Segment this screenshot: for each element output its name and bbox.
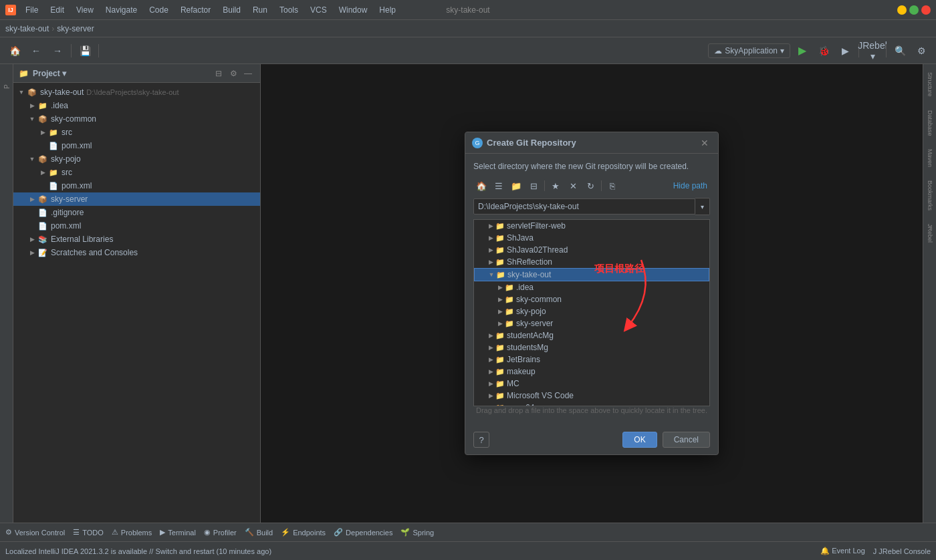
toolbar-home-button[interactable]: 🏠 xyxy=(5,41,24,60)
tree-root-pom[interactable]: 📄 pom.xml xyxy=(13,219,260,233)
run-config-label: SkyApplication xyxy=(725,46,778,55)
dialog-tree-studentsmg[interactable]: ▶ 📁 studentsMg xyxy=(474,341,709,354)
right-tab-maven[interactable]: Maven xyxy=(925,144,935,172)
run-with-coverage-button[interactable]: ▶ xyxy=(836,41,854,60)
path-input[interactable] xyxy=(473,198,695,215)
left-tab-project[interactable]: P xyxy=(1,67,12,107)
bottom-profiler[interactable]: ◉ Profiler xyxy=(204,528,237,537)
right-tab-bookmarks[interactable]: Bookmarks xyxy=(925,175,935,216)
menu-build[interactable]: Build xyxy=(217,3,246,17)
dialog-tree-shjava[interactable]: ▶ 📁 ShJava xyxy=(474,232,709,244)
dialog-tree-idea[interactable]: ▶ 📁 .idea xyxy=(474,281,709,293)
dialog-tree-sky-take-out[interactable]: ▼ 📁 sky-take-out xyxy=(474,268,709,281)
tree-idea[interactable]: ▶ 📁 .idea xyxy=(13,99,260,112)
bottom-terminal[interactable]: ▶ Terminal xyxy=(160,528,196,537)
dialog-tree-jetbrains[interactable]: ▶ 📁 JetBrains xyxy=(474,354,709,366)
event-log-button[interactable]: 🔔 Event Log xyxy=(820,547,865,555)
toolbar-sep-1 xyxy=(71,44,72,57)
menu-navigate[interactable]: Navigate xyxy=(100,3,142,17)
servletfilter-arrow: ▶ xyxy=(486,223,495,229)
dialog-refresh-button[interactable]: ↻ xyxy=(582,178,598,194)
panel-toolbar: ⊟ ⚙ — xyxy=(212,67,255,80)
menu-window[interactable]: Window xyxy=(334,3,373,17)
cancel-button[interactable]: Cancel xyxy=(663,432,710,448)
help-button[interactable]: ? xyxy=(473,432,489,448)
menu-run[interactable]: Run xyxy=(247,3,273,17)
toolbar-back-button[interactable]: ← xyxy=(27,41,45,60)
menu-vcs[interactable]: VCS xyxy=(305,3,332,17)
right-tab-database[interactable]: Database xyxy=(925,105,935,142)
breadcrumb-item-root[interactable]: sky-take-out xyxy=(5,24,49,33)
menu-code[interactable]: Code xyxy=(144,3,174,17)
dialog-close-button[interactable]: ✕ xyxy=(698,136,711,150)
dialog-home-button[interactable]: 🏠 xyxy=(473,178,489,194)
tree-sky-pojo[interactable]: ▼ 📦 sky-pojo xyxy=(13,152,260,166)
dialog-tree-studentacmg[interactable]: ▶ 📁 studentAcMg xyxy=(474,329,709,341)
dialog-tree-mc[interactable]: ▶ 📁 MC xyxy=(474,378,709,390)
dialog-tree-sky-common[interactable]: ▶ 📁 sky-common xyxy=(474,293,709,305)
menu-view[interactable]: View xyxy=(71,3,99,17)
settings-button[interactable]: ⚙ xyxy=(912,41,931,60)
maximize-button[interactable] xyxy=(909,5,919,15)
panel-close[interactable]: — xyxy=(241,67,255,80)
dialog-tree-sky-pojo[interactable]: ▶ 📁 sky-pojo xyxy=(474,305,709,317)
right-tab-jrebel[interactable]: JRebel xyxy=(925,219,935,248)
tree-sky-pojo-pom[interactable]: 📄 pom.xml xyxy=(13,179,260,192)
tree-scratches[interactable]: ▶ 📝 Scratches and Consoles xyxy=(13,246,260,259)
bottom-build[interactable]: 🔨 Build xyxy=(245,528,273,537)
endpoints-icon: ⚡ xyxy=(281,528,290,537)
dialog-new-folder-button[interactable]: 📁 xyxy=(508,178,524,194)
status-message: Localized IntelliJ IDEA 2021.3.2 is avai… xyxy=(5,547,271,555)
menu-help[interactable]: Help xyxy=(374,3,401,17)
hide-path-button[interactable]: Hide path xyxy=(671,180,710,192)
bottom-dependencies[interactable]: 🔗 Dependencies xyxy=(334,528,392,537)
dialog-file-tree[interactable]: ▶ 📁 servletFilter-web ▶ 📁 ShJava xyxy=(473,219,710,406)
tree-sky-pojo-src[interactable]: ▶ 📁 src xyxy=(13,166,260,179)
dialog-tree-msys64[interactable]: ▶ 📁 msys64 xyxy=(474,402,709,406)
close-button[interactable] xyxy=(921,5,931,15)
dialog-tree-servletfilter[interactable]: ▶ 📁 servletFilter-web xyxy=(474,220,709,232)
tree-sky-server[interactable]: ▶ 📦 sky-server xyxy=(13,192,260,206)
dialog-tree-makeup[interactable]: ▶ 📁 makeup xyxy=(474,366,709,378)
path-dropdown-button[interactable]: ▾ xyxy=(695,198,710,215)
bottom-spring[interactable]: 🌱 Spring xyxy=(400,528,434,537)
dialog-show-all-button[interactable]: ☰ xyxy=(491,178,507,194)
dialog-copy-path-button[interactable]: ⎘ xyxy=(604,178,620,194)
breadcrumb-item-server[interactable]: sky-server xyxy=(57,24,94,33)
main-layout: P 📁 Project ▾ ⊟ ⚙ — ▼ 📦 sky-take-out D:\… xyxy=(0,64,936,523)
dialog-delete-button[interactable]: ✕ xyxy=(565,178,581,194)
tree-gitignore[interactable]: 📄 .gitignore xyxy=(13,206,260,219)
search-everywhere-button[interactable]: 🔍 xyxy=(891,41,909,60)
bottom-endpoints[interactable]: ⚡ Endpoints xyxy=(281,528,326,537)
menu-edit[interactable]: Edit xyxy=(45,3,70,17)
run-config-selector[interactable]: ☁ SkyApplication ▾ xyxy=(708,43,790,58)
bottom-problems[interactable]: ⚠ Problems xyxy=(112,528,152,537)
jrebel-button[interactable]: JRebel ▾ xyxy=(863,41,882,60)
toolbar-save-button[interactable]: 💾 xyxy=(76,41,94,60)
tree-sky-common[interactable]: ▼ 📦 sky-common xyxy=(13,112,260,126)
dialog-collapse-button[interactable]: ⊟ xyxy=(525,178,542,194)
toolbar-forward-button[interactable]: → xyxy=(48,41,67,60)
minimize-button[interactable] xyxy=(897,5,907,15)
bottom-version-control[interactable]: ⚙ Version Control xyxy=(5,528,65,537)
dialog-tree-sky-server[interactable]: ▶ 📁 sky-server xyxy=(474,317,709,329)
tree-sky-common-pom[interactable]: 📄 pom.xml xyxy=(13,139,260,152)
dialog-favorite-button[interactable]: ★ xyxy=(548,178,564,194)
ok-button[interactable]: OK xyxy=(622,432,657,448)
panel-collapse-all[interactable]: ⊟ xyxy=(212,67,225,80)
tree-sky-common-src[interactable]: ▶ 📁 src xyxy=(13,126,260,139)
dialog-tree-vscode[interactable]: ▶ 📁 Microsoft VS Code xyxy=(474,390,709,402)
tree-external-libs[interactable]: ▶ 📚 External Libraries xyxy=(13,233,260,246)
panel-settings[interactable]: ⚙ xyxy=(227,67,240,80)
menu-tools[interactable]: Tools xyxy=(274,3,304,17)
dialog-tree-shjava02thread[interactable]: ▶ 📁 ShJava02Thread xyxy=(474,244,709,256)
right-tab-structure[interactable]: Structure xyxy=(925,67,935,102)
dialog-tree-shreflection[interactable]: ▶ 📁 ShReflection xyxy=(474,256,709,268)
bottom-todo[interactable]: ☰ TODO xyxy=(73,528,104,537)
jrebel-console-button[interactable]: J JRebel Console xyxy=(873,547,931,555)
menu-file[interactable]: File xyxy=(20,3,43,17)
run-button[interactable]: ▶ xyxy=(793,41,812,60)
menu-refactor[interactable]: Refactor xyxy=(175,3,216,17)
debug-button[interactable]: 🐞 xyxy=(814,41,833,60)
tree-root[interactable]: ▼ 📦 sky-take-out D:\IdeaProjects\sky-tak… xyxy=(13,86,260,99)
